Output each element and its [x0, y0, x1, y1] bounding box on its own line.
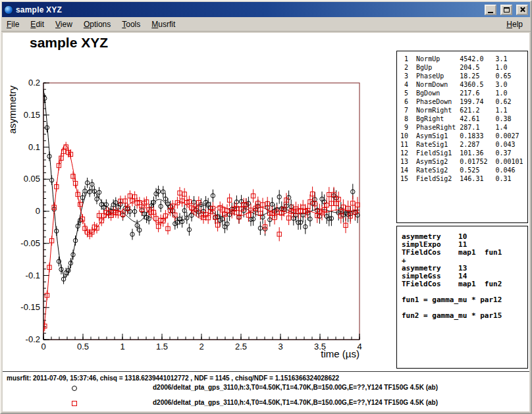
- theory-line-square: [43, 145, 359, 333]
- legend-square-marker-icon: [72, 401, 77, 406]
- param-row: 8 BgRight 42.61 0.38: [400, 115, 524, 123]
- menu-help[interactable]: Help: [506, 20, 523, 29]
- close-icon: [519, 7, 525, 13]
- svg-text:-0.2: -0.2: [26, 334, 40, 344]
- param-row: 9 PhaseRight 287.1 1.4: [400, 123, 524, 132]
- param-row: 5 BgDown 217.6 1.0: [400, 89, 524, 97]
- menu-file[interactable]: File: [7, 20, 19, 29]
- svg-text:0.1: 0.1: [28, 142, 40, 152]
- svg-text:0.5: 0.5: [77, 342, 89, 351]
- svg-text:2.5: 2.5: [235, 342, 247, 351]
- legend-row: d2006/deltat_pta_gps_3110,h:3,T0=4.50K,T…: [3, 383, 529, 395]
- svg-text:0.2: 0.2: [28, 78, 40, 88]
- footer-divider: [3, 371, 529, 372]
- menubar: FileEditViewOptionsToolsMusrfitHelp: [1, 18, 531, 32]
- legend-row: d2006/deltat_pta_gps_3110,h:4,T0=4.50K,T…: [3, 398, 529, 410]
- svg-text:0.15: 0.15: [24, 110, 40, 120]
- legend-circle-marker-icon: [72, 386, 77, 391]
- svg-text:-0.1: -0.1: [26, 271, 40, 280]
- theory-line: fun2 = gamma_mu * par15: [402, 312, 523, 320]
- param-row: 3 PhaseUp 18.25 0.65: [400, 72, 524, 80]
- legend-label: d2006/deltat_pta_gps_3110,h:3,T0=4.50K,T…: [153, 384, 438, 391]
- param-row: 14 RateSig2 0.525 0.046: [400, 166, 524, 174]
- param-row: 6 PhaseDown 199.74 0.62: [400, 97, 524, 106]
- data-series: [43, 89, 360, 332]
- svg-text:1: 1: [120, 342, 124, 351]
- svg-text:-0.15: -0.15: [20, 302, 40, 312]
- theory-function-box: asymmetry 10simplExpo 11TFieldCos map1 f…: [396, 226, 528, 369]
- menu-edit[interactable]: Edit: [30, 20, 44, 29]
- app-icon: [4, 5, 13, 14]
- series-square: [43, 142, 360, 331]
- theory-line: TFieldCos map1 fun2: [402, 280, 523, 288]
- titlebar[interactable]: sample XYZ: [2, 2, 530, 17]
- legend-label: d2006/deltat_pta_gps_3110,h:4,T0=4.50K,T…: [153, 399, 438, 406]
- param-row: 11 RateSig1 2.287 0.043: [400, 140, 524, 149]
- param-row: 12 FieldSig1 101.36 0.37: [400, 149, 524, 157]
- fit-parameter-box: 1 NormUp 4542.0 3.1 2 BgUp 204.5 1.0 3 P…: [396, 51, 528, 223]
- theory-line: fun1 = gamma_mu * par12: [402, 296, 523, 304]
- tick-labels: 00.511.522.533.540.20.150.10.050-0.05-0.…: [20, 78, 361, 351]
- svg-text:0: 0: [41, 342, 45, 351]
- svg-text:1.5: 1.5: [156, 342, 168, 351]
- svg-text:0: 0: [36, 206, 40, 216]
- x-axis-title: time (µs): [321, 348, 359, 359]
- series-circle: [43, 93, 360, 284]
- param-row: 4 NormDown 4360.5 3.0: [400, 80, 524, 89]
- plot-canvas[interactable]: 00.511.522.533.540.20.150.10.050-0.05-0.…: [3, 33, 396, 372]
- param-row: 7 NormRight 621.2 1.1: [400, 106, 524, 115]
- param-row: 2 BgUp 204.5 1.0: [400, 63, 524, 72]
- maximize-icon: [504, 7, 510, 13]
- param-row: 10 AsymSig1 0.1833 0.0027: [400, 132, 524, 140]
- root-canvas: sample XYZ 00.511.522.533.540.20.150.10.…: [3, 33, 529, 411]
- maximize-button[interactable]: [500, 5, 512, 15]
- close-button[interactable]: [516, 5, 528, 15]
- svg-text:3: 3: [278, 342, 282, 351]
- fit-status-text: musrfit: 2011-07-09, 15:37:46, chisq = 1…: [7, 375, 339, 382]
- param-row: 13 AsymSig2 0.01752 0.00101: [400, 157, 524, 166]
- svg-text:0.05: 0.05: [24, 174, 40, 184]
- minimize-icon: [488, 12, 493, 13]
- param-row: 15 FieldSig2 146.31 0.31: [400, 174, 524, 183]
- theory-line: TFieldCos map1 fun1: [402, 249, 523, 257]
- menu-view[interactable]: View: [55, 20, 72, 29]
- svg-text:-0.05: -0.05: [20, 238, 40, 248]
- minimize-button[interactable]: [485, 5, 496, 15]
- svg-text:2: 2: [199, 342, 203, 351]
- param-row: 1 NormUp 4542.0 3.1: [400, 55, 524, 63]
- y-axis-title: asymmetry: [7, 86, 18, 134]
- app-window: sample XYZ FileEditViewOptionsToolsMusrf…: [0, 0, 532, 414]
- menu-musrfit[interactable]: Musrfit: [151, 20, 175, 29]
- menu-tools[interactable]: Tools: [122, 20, 140, 29]
- menu-options[interactable]: Options: [84, 20, 111, 29]
- window-title: sample XYZ: [16, 5, 481, 14]
